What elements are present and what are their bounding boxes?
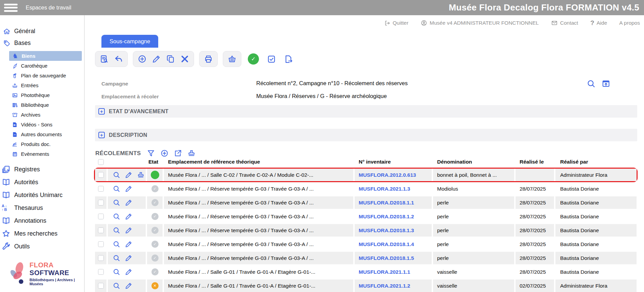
table-row[interactable]: ✓ Musée Flora / ... / Réserve tempérée G…	[95, 196, 637, 209]
table-row[interactable]: ✕ Musée Flora / ... / Salle G-01 / Travé…	[95, 279, 637, 292]
table-row[interactable]: ✓ Musée Flora / ... / Réserve tempérée G…	[95, 224, 637, 237]
current-user[interactable]: Musée v4 ADMINISTRATEUR FONCTIONNEL	[421, 20, 539, 26]
inventory-link[interactable]: MUSFLORA.2021.1.2	[359, 283, 410, 289]
about-button[interactable]: A propos	[619, 20, 640, 26]
contact-button[interactable]: Contact	[551, 20, 578, 26]
sidebar-item-biens[interactable]: ♞ Biens	[9, 51, 82, 61]
sidebar-item-archives[interactable]: Archives	[0, 110, 84, 120]
row-checkbox[interactable]	[98, 214, 104, 219]
sidebar-item-phototheque[interactable]: Photothèque	[0, 90, 84, 100]
sidebar-item-label: Outils	[14, 243, 30, 250]
checkbox-check-icon[interactable]	[267, 54, 276, 64]
external-link-icon[interactable]	[174, 149, 182, 157]
edit-icon[interactable]	[125, 268, 133, 276]
row-checkbox[interactable]	[98, 241, 104, 247]
table-row[interactable]: ✓ Musée Flora / ... / Réserve tempérée G…	[95, 238, 637, 250]
sidebar-item-autorites-unimarc[interactable]: Autorités Unimarc	[0, 189, 84, 201]
workspaces-label[interactable]: Espaces de travail	[26, 4, 71, 11]
open-window-icon[interactable]	[601, 79, 611, 88]
sidebar-item-bibliotheque[interactable]: Bibliothèque	[0, 100, 84, 110]
inventory-link[interactable]: MUSFLORA.2021.1.1	[359, 269, 410, 275]
inventory-link[interactable]: MUSFLORA.D2018.1.3	[359, 227, 414, 234]
list-search-icon[interactable]	[100, 54, 109, 64]
hamburger-menu-icon[interactable]	[4, 4, 18, 12]
row-checkbox[interactable]	[98, 269, 104, 275]
basket-icon[interactable]	[228, 54, 237, 64]
row-checkbox[interactable]	[98, 186, 104, 192]
table-row[interactable]: Musée Flora / ... / Salle C-02 / Travée …	[95, 169, 637, 181]
add-icon[interactable]	[160, 149, 169, 157]
sidebar-item-registres[interactable]: Registres	[0, 163, 84, 176]
expand-plus-icon[interactable]: +	[98, 108, 105, 115]
edit-icon[interactable]	[125, 213, 133, 220]
quit-button[interactable]: Quitter	[384, 20, 409, 26]
view-icon[interactable]	[113, 171, 120, 179]
table-row[interactable]: ✓ Musée Flora / ... / Réserve tempérée G…	[95, 252, 637, 264]
sidebar-item-entrees[interactable]: Entrées	[0, 80, 84, 90]
inventory-link[interactable]: MUSFLORA.D2018.1.5	[359, 255, 414, 261]
sidebar-item-general[interactable]: Général	[0, 25, 84, 37]
undo-icon[interactable]	[114, 54, 123, 64]
validate-check-icon[interactable]: ✓	[248, 53, 259, 65]
view-icon[interactable]	[113, 199, 120, 206]
stamp-icon[interactable]	[137, 171, 145, 179]
edit-icon[interactable]	[125, 226, 133, 234]
inventory-link[interactable]: MUSFLORA.D2018.1.1	[359, 200, 414, 206]
export-icon[interactable]	[284, 54, 293, 64]
row-checkbox[interactable]	[98, 283, 104, 289]
sidebar-item-videos-sons[interactable]: Vidéos - Sons	[0, 120, 84, 129]
edit-icon[interactable]	[125, 282, 133, 290]
inventory-link[interactable]: MUSFLORA.2021.1.3	[359, 186, 410, 192]
row-checkbox[interactable]	[98, 255, 104, 261]
inventory-link[interactable]: MUSFLORA.2012.0.613	[359, 172, 416, 178]
edit-icon[interactable]	[125, 185, 133, 193]
delete-icon[interactable]	[180, 54, 189, 64]
sidebar-item-bases[interactable]: Bases	[0, 37, 84, 49]
view-icon[interactable]	[113, 254, 120, 262]
sidebar-item-outils[interactable]: Outils	[0, 240, 84, 253]
stamp-icon[interactable]	[187, 149, 196, 157]
col-realise-le: Réalisé le	[516, 159, 554, 165]
expand-plus-icon[interactable]: +	[98, 132, 105, 138]
select-all-checkbox[interactable]	[98, 159, 104, 165]
row-checkbox[interactable]	[98, 200, 104, 205]
sidebar-item-mes-recherches[interactable]: Mes recherches	[0, 227, 84, 240]
edit-icon[interactable]	[125, 254, 133, 262]
row-checkbox[interactable]	[98, 172, 104, 178]
view-icon[interactable]	[113, 268, 120, 276]
sidebar-item-annotations[interactable]: Annotations	[0, 214, 84, 227]
sidebar-item-autres-documents[interactable]: Autres documents	[0, 129, 84, 139]
edit-icon[interactable]	[125, 240, 133, 248]
sidebar-item-label: Général	[14, 28, 35, 35]
printer-icon[interactable]	[204, 54, 213, 64]
table-row[interactable]: ✓ Musée Flora / ... / Réserve tempérée G…	[95, 182, 637, 195]
sidebar-item-autorites[interactable]: Autorités	[0, 176, 84, 189]
sidebar-item-plan-de-sauvegarde[interactable]: Plan de sauvegarde	[0, 71, 84, 80]
table-row[interactable]: ✓ Musée Flora / ... / Salle G-01 / Travé…	[95, 266, 637, 278]
sidebar-item-carotheque[interactable]: Carothèque	[0, 61, 84, 71]
inventory-link[interactable]: MUSFLORA.D2018.1.4	[359, 241, 414, 247]
view-icon[interactable]	[113, 213, 120, 220]
view-icon[interactable]	[113, 240, 120, 248]
sidebar-item-produits-doc[interactable]: Produits doc.	[0, 139, 84, 149]
edit-icon[interactable]	[152, 54, 161, 64]
edit-icon[interactable]	[125, 199, 133, 206]
help-button[interactable]: ? Aide	[590, 19, 607, 27]
tab-sous-campagne[interactable]: Sous-campagne	[101, 35, 158, 48]
view-icon[interactable]	[113, 282, 120, 290]
emplacement-cell: Musée Flora / ... / Réserve tempérée G-0…	[164, 196, 353, 209]
inventory-link[interactable]: MUSFLORA.D2018.1.2	[359, 214, 414, 220]
section-etat-avancement[interactable]: + ETAT D'AVANCEMENT	[95, 105, 637, 118]
table-row[interactable]: ✓ Musée Flora / ... / Réserve tempérée G…	[95, 210, 637, 223]
sidebar-item-evenements[interactable]: Evènements	[0, 149, 84, 159]
view-icon[interactable]	[113, 226, 120, 234]
copy-icon[interactable]	[166, 54, 175, 64]
section-description[interactable]: + DESCRIPTION	[95, 129, 637, 141]
edit-icon[interactable]	[125, 171, 133, 179]
sidebar-item-thesaurus[interactable]: A↓ ↑B Thesaurus	[0, 201, 84, 214]
search-icon[interactable]	[587, 79, 596, 88]
filter-funnel-icon[interactable]	[147, 149, 155, 157]
add-icon[interactable]	[138, 54, 147, 64]
view-icon[interactable]	[113, 185, 120, 193]
row-checkbox[interactable]	[98, 227, 104, 233]
